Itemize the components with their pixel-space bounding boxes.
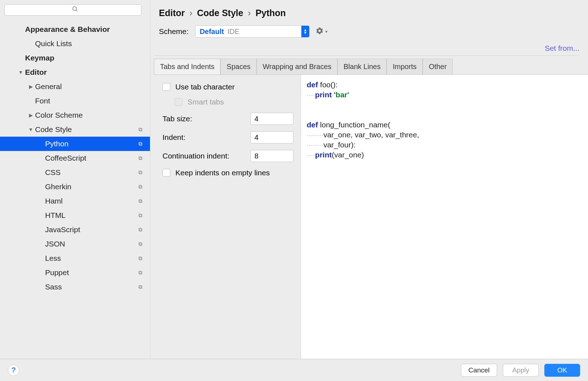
scheme-actions-button[interactable]: ▼ [316, 27, 328, 36]
scheme-dropdown[interactable]: Default IDE ▲▼ [195, 25, 310, 38]
tab-spaces[interactable]: Spaces [220, 59, 257, 74]
keep-indents-empty-lines-checkbox[interactable] [162, 169, 170, 177]
gear-icon [316, 27, 323, 36]
sidebar-item-less[interactable]: ▶Less⧉ [0, 251, 150, 265]
tab-tabs-and-indents[interactable]: Tabs and Indents [154, 59, 220, 74]
scheme-scope-icon: ⧉ [139, 269, 146, 276]
scheme-scope-icon: ⧉ [139, 169, 146, 176]
sidebar-item-quick-lists[interactable]: ▶Quick Lists [0, 36, 150, 51]
sidebar-item-label: Haml [45, 197, 139, 205]
sidebar-item-label: Font [35, 97, 146, 105]
sidebar-item-label: JavaScript [45, 225, 139, 234]
scheme-scope-icon: ⧉ [139, 198, 146, 204]
chevron-down-icon: ▼ [26, 127, 35, 132]
sidebar-item-label: CSS [45, 168, 139, 177]
scheme-scope-icon: ⧉ [139, 141, 146, 147]
breadcrumb-part: Editor [159, 8, 185, 18]
scheme-scope-icon: ⧉ [139, 184, 146, 190]
scheme-label: Scheme: [159, 27, 189, 36]
sidebar-item-font[interactable]: ▶Font [0, 94, 150, 108]
scheme-scope-icon: ⧉ [139, 284, 146, 290]
set-from-link[interactable]: Set from... [545, 44, 579, 52]
sidebar-item-label: Python [45, 140, 139, 148]
chevron-right-icon: › [246, 8, 253, 18]
code-preview: def·foo(): ····print·'bar' def·long_func… [301, 75, 588, 359]
sidebar-item-code-style[interactable]: ▼Code Style⧉ [0, 122, 150, 137]
sidebar-item-html[interactable]: ▶HTML⧉ [0, 208, 150, 223]
sidebar-item-label: HTML [45, 211, 139, 220]
search-input[interactable] [4, 4, 141, 16]
sidebar-item-sass[interactable]: ▶Sass⧉ [0, 280, 150, 294]
use-tab-character-checkbox[interactable] [162, 83, 170, 91]
sidebar-item-label: CoffeeScript [45, 154, 139, 162]
smart-tabs-label: Smart tabs [188, 98, 224, 106]
use-tab-character-label: Use tab character [175, 83, 235, 91]
sidebar-item-javascript[interactable]: ▶JavaScript⧉ [0, 223, 150, 237]
breadcrumb-part: Python [256, 8, 286, 18]
tab-blank-lines[interactable]: Blank Lines [337, 59, 387, 74]
chevron-right-icon: › [187, 8, 194, 18]
sidebar-item-label: Gherkin [45, 182, 139, 191]
sidebar-item-label: Sass [45, 283, 139, 291]
sidebar-item-python[interactable]: ▶Python⧉ [0, 137, 150, 151]
scheme-value: Default [195, 28, 224, 36]
continuation-indent-label: Continuation indent: [162, 152, 229, 160]
apply-button: Apply [503, 364, 539, 377]
scheme-scope-icon: ⧉ [139, 255, 146, 262]
sidebar-item-label: General [35, 82, 146, 91]
keep-indents-empty-lines-label: Keep indents on empty lines [175, 168, 270, 177]
tab-wrapping-and-braces[interactable]: Wrapping and Braces [257, 59, 337, 74]
help-button[interactable]: ? [8, 365, 19, 376]
sidebar-item-gherkin[interactable]: ▶Gherkin⧉ [0, 180, 150, 194]
sidebar-item-haml[interactable]: ▶Haml⧉ [0, 194, 150, 208]
sidebar-item-label: Quick Lists [35, 39, 146, 48]
continuation-indent-input[interactable] [251, 150, 293, 162]
updown-icon: ▲▼ [301, 26, 309, 37]
sidebar-item-appearance-behavior[interactable]: ▶Appearance & Behavior [0, 22, 150, 36]
indent-label: Indent: [162, 133, 185, 142]
chevron-down-icon: ▼ [325, 30, 328, 34]
chevron-right-icon: ▶ [26, 84, 35, 89]
ok-button[interactable]: OK [544, 364, 580, 377]
sidebar-item-label: Less [45, 254, 139, 263]
sidebar-item-label: Appearance & Behavior [25, 25, 146, 34]
sidebar-item-color-scheme[interactable]: ▶Color Scheme [0, 108, 150, 122]
chevron-down-icon: ▼ [16, 69, 25, 75]
scheme-scope-icon: ⧉ [139, 212, 146, 219]
footer: ? Cancel Apply OK [0, 359, 588, 381]
chevron-right-icon: ▶ [26, 112, 35, 118]
sidebar-item-label: Puppet [45, 268, 139, 277]
indent-input[interactable] [251, 131, 293, 143]
sidebar-item-json[interactable]: ▶JSON⧉ [0, 237, 150, 251]
tab-other[interactable]: Other [423, 59, 453, 74]
sidebar-item-general[interactable]: ▶General [0, 79, 150, 94]
divider [154, 55, 579, 56]
sidebar-item-label: Color Scheme [35, 111, 146, 119]
sidebar: ▶Appearance & Behavior▶Quick Lists▶Keyma… [0, 0, 150, 359]
settings-tree: ▶Appearance & Behavior▶Quick Lists▶Keyma… [0, 20, 150, 359]
tab-size-input[interactable] [251, 113, 293, 125]
scheme-scope-icon: ⧉ [139, 241, 146, 247]
scheme-scope-icon: ⧉ [139, 155, 146, 161]
tab-imports[interactable]: Imports [387, 59, 423, 74]
sidebar-item-label: Keymap [25, 54, 146, 62]
sidebar-item-puppet[interactable]: ▶Puppet⧉ [0, 265, 150, 280]
breadcrumb-part: Code Style [197, 8, 243, 18]
sidebar-item-label: JSON [45, 240, 139, 248]
tabs: Tabs and IndentsSpacesWrapping and Brace… [154, 59, 588, 74]
sidebar-item-coffeescript[interactable]: ▶CoffeeScript⧉ [0, 151, 150, 165]
scheme-scope-icon: ⧉ [139, 126, 146, 133]
sidebar-item-css[interactable]: ▶CSS⧉ [0, 165, 150, 180]
scheme-scope-icon: ⧉ [139, 226, 146, 233]
smart-tabs-checkbox [175, 98, 183, 106]
sidebar-item-label: Code Style [35, 125, 139, 134]
sidebar-item-editor[interactable]: ▼Editor [0, 65, 150, 79]
tab-size-label: Tab size: [162, 114, 192, 123]
cancel-button[interactable]: Cancel [461, 364, 497, 377]
breadcrumb: Editor › Code Style › Python [150, 0, 588, 23]
sidebar-item-label: Editor [25, 68, 146, 77]
sidebar-item-keymap[interactable]: ▶Keymap [0, 51, 150, 65]
scheme-scope: IDE [224, 28, 301, 36]
